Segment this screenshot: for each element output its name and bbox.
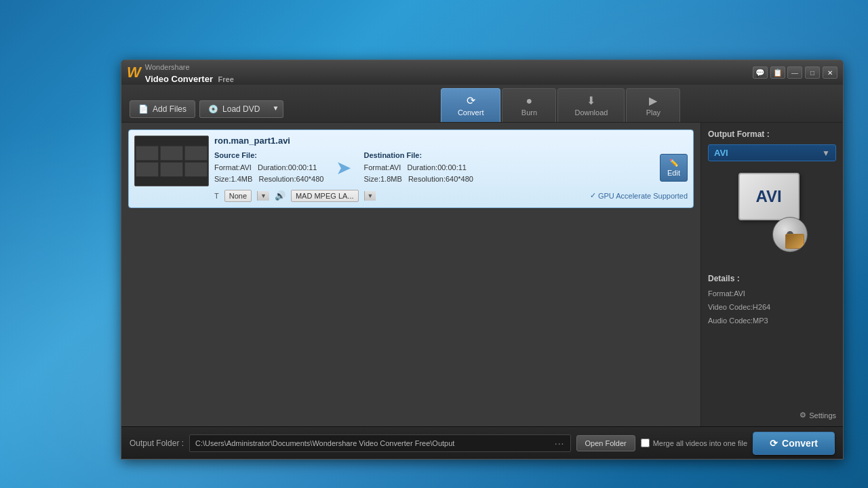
- source-details: Source File: Format:AVI Duration:00:00:1…: [214, 150, 323, 186]
- details-label: Details :: [708, 274, 836, 283]
- download-tab-label: Download: [574, 108, 608, 117]
- disc-circle: [772, 217, 808, 252]
- load-dvd-dropdown[interactable]: ▼: [268, 100, 283, 118]
- subtitle-dropdown[interactable]: ▼: [257, 191, 269, 201]
- burn-tab-icon: ●: [526, 95, 533, 107]
- disc-icon: [772, 217, 810, 254]
- window-controls: — □ ✕: [787, 66, 837, 79]
- file-options-row: T None ▼ 🔊 MAD MPEG LA... ▼ ✓: [214, 190, 688, 202]
- audio-icon: 🔊: [275, 190, 285, 201]
- open-folder-button[interactable]: Open Folder: [576, 435, 635, 451]
- main-window: W Wondershare Video Converter Free 💬 📋 —…: [121, 60, 844, 460]
- file-name: ron.man_part1.avi: [214, 136, 688, 146]
- output-folder-path: C:\Users\Administrator\Documents\Wonders…: [189, 434, 570, 452]
- app-logo: W Wondershare Video Converter Free: [127, 60, 234, 85]
- tab-play[interactable]: ▶ Play: [626, 88, 680, 122]
- avi-label: AVI: [738, 173, 800, 220]
- tab-burn[interactable]: ● Burn: [502, 88, 556, 122]
- add-files-icon: 📄: [138, 104, 149, 114]
- right-panel: Output Format : AVI ▼ AVI Details :: [701, 123, 843, 426]
- format-icon-area: AVI: [708, 169, 836, 258]
- maximize-button[interactable]: □: [805, 66, 820, 79]
- nav-toolbar: 📄 Add Files 💿 Load DVD ▼ ⟳ Convert ● Bur…: [121, 85, 843, 123]
- format-dropdown-icon: ▼: [822, 148, 830, 158]
- close-button[interactable]: ✕: [823, 66, 837, 79]
- file-details-row: Source File: Format:AVI Duration:00:00:1…: [214, 150, 688, 186]
- file-area: ron.man_part1.avi Source File: Format:AV…: [121, 123, 701, 426]
- path-dots-icon[interactable]: ···: [555, 438, 565, 449]
- disc-image-overlay: [785, 234, 804, 249]
- action-bar-inline: 📄 Add Files 💿 Load DVD ▼: [121, 96, 292, 122]
- convert-button[interactable]: ⟳ Convert: [753, 432, 835, 455]
- film-strip-icon: [136, 146, 208, 177]
- load-dvd-container: 💿 Load DVD ▼: [199, 100, 283, 118]
- titlebar-extras: 💬 📋: [753, 66, 785, 79]
- file-info: ron.man_part1.avi Source File: Format:AV…: [214, 136, 688, 202]
- subtitle-select[interactable]: None: [224, 190, 252, 202]
- convert-arrow-icon: ➤: [336, 157, 351, 179]
- video-codec-row: Video Codec:H264: [708, 301, 836, 314]
- merge-checkbox[interactable]: [641, 439, 650, 447]
- load-dvd-icon: 💿: [208, 104, 218, 114]
- subtitle-icon: T: [214, 192, 219, 200]
- chat-icon[interactable]: 💬: [753, 66, 768, 79]
- titlebar: W Wondershare Video Converter Free 💬 📋 —…: [121, 60, 843, 85]
- add-files-button[interactable]: 📄 Add Files: [130, 100, 195, 118]
- app-title: Video Converter Free: [145, 74, 234, 84]
- details-section: Details : Format:AVI Video Codec:H264 Au…: [708, 274, 836, 327]
- tab-download[interactable]: ⬇ Download: [557, 88, 625, 122]
- selected-format-text: AVI: [714, 148, 822, 158]
- app-name-container: Wondershare Video Converter Free: [145, 60, 234, 85]
- app-name-text: Wondershare: [145, 63, 190, 71]
- edit-button[interactable]: ✏️ Edit: [660, 154, 688, 182]
- source-format-label: Format:: [214, 163, 240, 171]
- burn-tab-label: Burn: [521, 108, 537, 117]
- format-selector[interactable]: AVI ▼: [708, 144, 836, 161]
- audio-select[interactable]: MAD MPEG LA...: [291, 190, 359, 202]
- convert-tab-icon: ⟳: [467, 94, 475, 107]
- avi-format-icon: AVI: [732, 169, 813, 258]
- audio-codec-row: Audio Codec:MP3: [708, 314, 836, 328]
- minimize-button[interactable]: —: [787, 66, 802, 79]
- output-folder-label: Output Folder :: [130, 439, 184, 448]
- audio-dropdown[interactable]: ▼: [364, 191, 376, 201]
- clipboard-icon[interactable]: 📋: [770, 66, 785, 79]
- file-thumbnail: [134, 136, 209, 186]
- convert-icon: ⟳: [770, 438, 778, 449]
- checkmark-icon: ✓: [590, 191, 596, 200]
- load-dvd-button[interactable]: 💿 Load DVD: [199, 100, 268, 118]
- settings-icon: ⚙: [800, 411, 806, 420]
- edit-icon: ✏️: [669, 159, 679, 167]
- dest-details: Destination File: Format:AVI Duration:00…: [363, 150, 473, 186]
- file-item: ron.man_part1.avi Source File: Format:AV…: [128, 129, 694, 208]
- tab-convert[interactable]: ⟳ Convert: [441, 88, 501, 122]
- gpu-badge: ✓ GPU Accelerate Supported: [590, 191, 688, 200]
- play-tab-label: Play: [646, 108, 660, 117]
- main-content: ron.man_part1.avi Source File: Format:AV…: [121, 123, 843, 426]
- play-tab-icon: ▶: [649, 94, 657, 107]
- merge-checkbox-container: Merge all videos into one file: [641, 439, 747, 447]
- download-tab-icon: ⬇: [587, 94, 595, 107]
- logo-w-icon: W: [127, 65, 141, 80]
- settings-link[interactable]: ⚙ Settings: [708, 405, 836, 420]
- output-format-label: Output Format :: [708, 129, 836, 139]
- bottom-bar: Output Folder : C:\Users\Administrator\D…: [121, 426, 843, 459]
- convert-tab-label: Convert: [458, 108, 484, 117]
- format-detail-row: Format:AVI: [708, 287, 836, 301]
- nav-tabs: ⟳ Convert ● Burn ⬇ Download ▶ Play: [441, 88, 694, 122]
